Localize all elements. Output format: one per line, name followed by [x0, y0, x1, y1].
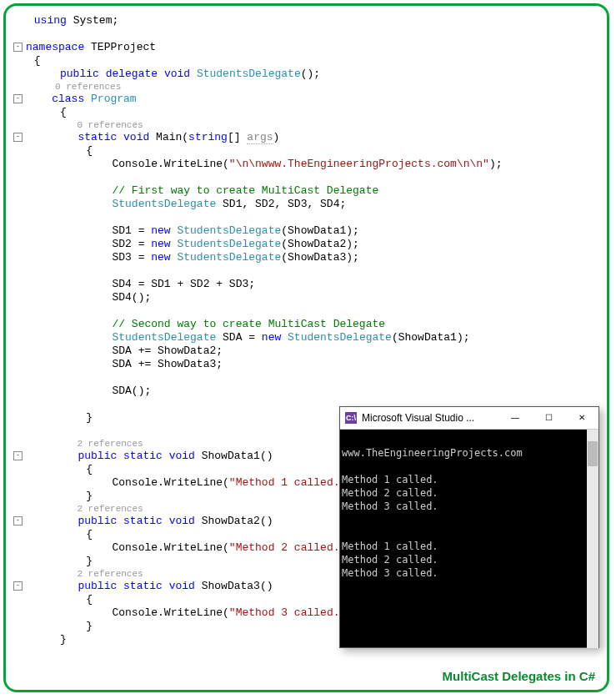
maximize-button[interactable]: ☐ [532, 407, 565, 429]
code-line: // First way to create MultiCast Delegat… [13, 184, 600, 198]
blank-line [13, 211, 600, 224]
blank-line [13, 646, 600, 660]
vs-icon: C:\ [345, 412, 357, 424]
code-line: { [13, 106, 600, 119]
code-line: SD1 = new StudentsDelegate(ShowData1); [13, 224, 600, 238]
fold-icon[interactable]: - [13, 133, 23, 142]
console-titlebar[interactable]: C:\ Microsoft Visual Studio ... — ☐ ✕ [340, 407, 598, 430]
code-line: // Second way to create MultiCast Delega… [13, 318, 600, 331]
code-line: - static void Main(string[] args) [13, 131, 600, 144]
code-line: SDA(); [13, 385, 600, 398]
code-line: -namespace TEPProject [13, 41, 600, 54]
figure-frame: using System; -namespace TEPProject { pu… [3, 3, 609, 692]
console-window: C:\ Microsoft Visual Studio ... — ☐ ✕ ww… [339, 406, 599, 648]
figure-caption: MultiCast Delegates in C# [443, 669, 595, 683]
console-output: www.TheEngineeringProjects.com Method 1 … [340, 430, 598, 648]
blank-line [13, 171, 600, 184]
blank-line [13, 371, 600, 385]
scrollbar[interactable] [587, 430, 598, 648]
code-line: SDA += ShowData3; [13, 358, 600, 371]
code-line: StudentsDelegate SDA = new StudentsDeleg… [13, 331, 600, 344]
reference-count[interactable]: 0 references [13, 119, 600, 131]
code-line: using System; [13, 14, 600, 28]
code-line: SD4(); [13, 291, 600, 304]
console-title: Microsoft Visual Studio ... [362, 412, 498, 424]
blank-line [13, 304, 600, 318]
fold-icon[interactable]: - [13, 43, 23, 52]
code-line: Console.WriteLine("\n\nwww.TheEngineerin… [13, 158, 600, 171]
code-line: SDA += ShowData2; [13, 344, 600, 358]
blank-line [13, 264, 600, 278]
fold-icon[interactable]: - [13, 451, 23, 460]
code-line: SD3 = new StudentsDelegate(ShowData3); [13, 251, 600, 264]
code-line: - class Program [13, 93, 600, 106]
close-button[interactable]: ✕ [565, 407, 598, 429]
code-line: StudentsDelegate SD1, SD2, SD3, SD4; [13, 198, 600, 211]
fold-icon[interactable]: - [13, 94, 23, 103]
code-line: { [13, 144, 600, 158]
reference-count[interactable]: 0 references [13, 81, 600, 93]
code-line: SD4 = SD1 + SD2 + SD3; [13, 278, 600, 291]
fold-icon[interactable]: - [13, 516, 23, 526]
fold-icon[interactable]: - [13, 581, 23, 591]
blank-line [13, 28, 600, 41]
minimize-button[interactable]: — [498, 407, 532, 429]
scroll-thumb[interactable] [588, 441, 598, 466]
code-line: { [13, 54, 600, 68]
code-line: SD2 = new StudentsDelegate(ShowData2); [13, 238, 600, 251]
code-line: public delegate void StudentsDelegate(); [13, 68, 600, 81]
